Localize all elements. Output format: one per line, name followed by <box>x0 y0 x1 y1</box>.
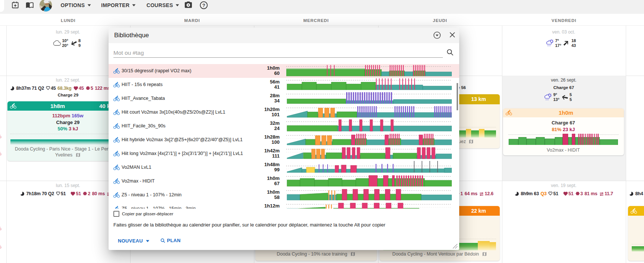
svg-text:?: ? <box>202 3 205 8</box>
